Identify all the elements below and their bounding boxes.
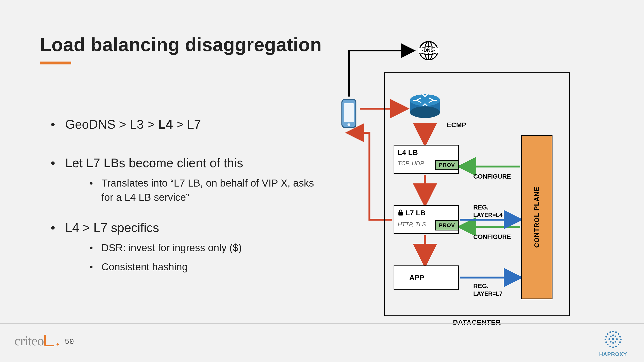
l4-title: L4 LB bbox=[398, 148, 455, 157]
svg-point-24 bbox=[605, 342, 607, 343]
svg-point-30 bbox=[614, 336, 616, 337]
phone-icon bbox=[340, 99, 358, 128]
svg-point-37 bbox=[612, 338, 614, 340]
haproxy-dots-icon bbox=[604, 330, 623, 349]
svg-point-28 bbox=[610, 331, 611, 333]
configure-label-1: CONFIGURE bbox=[473, 173, 511, 180]
svg-point-31 bbox=[616, 338, 618, 340]
svg-point-34 bbox=[610, 341, 612, 343]
svg-point-29 bbox=[612, 335, 614, 336]
svg-point-21 bbox=[612, 346, 614, 348]
page-number: 50 bbox=[65, 337, 74, 346]
svg-point-13 bbox=[612, 331, 614, 332]
svg-point-14 bbox=[615, 331, 617, 333]
ecmp-label: ECMP bbox=[447, 121, 466, 129]
svg-point-16 bbox=[619, 336, 621, 337]
bullet-3: L4 > L7 specifics DSR: invest for ingres… bbox=[51, 219, 316, 274]
criteo-logo: criteo. bbox=[14, 333, 59, 349]
app-box: APP bbox=[394, 266, 459, 290]
svg-point-36 bbox=[610, 336, 612, 337]
bullet-list: GeoDNS > L3 > L4 > L7 Let L7 LBs become … bbox=[51, 116, 316, 296]
svg-point-32 bbox=[614, 341, 616, 343]
accent-bar bbox=[40, 61, 71, 64]
bullet-1: GeoDNS > L3 > L4 > L7 bbox=[51, 116, 316, 133]
haproxy-text: HAPROXY bbox=[599, 351, 627, 358]
l7-title: L7 LB bbox=[398, 209, 455, 218]
app-title: APP bbox=[409, 273, 455, 282]
control-plane-box: CONTROL PLANE bbox=[521, 135, 552, 299]
reg-label-l4: REG. LAYER=L4 bbox=[473, 204, 502, 219]
reg-label-l7: REG. LAYER=L7 bbox=[473, 282, 502, 297]
svg-point-35 bbox=[608, 338, 610, 340]
haproxy-logo: HAPROXY bbox=[599, 330, 627, 358]
svg-point-25 bbox=[605, 339, 606, 340]
svg-point-10 bbox=[410, 106, 440, 118]
svg-point-22 bbox=[610, 346, 611, 347]
svg-point-20 bbox=[615, 346, 617, 347]
slide-title: Load balancing disaggregation bbox=[40, 34, 322, 56]
svg-point-27 bbox=[607, 333, 608, 335]
svg-point-7 bbox=[348, 123, 350, 126]
control-plane-label: CONTROL PLANE bbox=[533, 187, 541, 248]
l7-prov-badge: PROV bbox=[435, 220, 459, 231]
slide: Load balancing disaggregation GeoDNS > L… bbox=[0, 0, 644, 362]
svg-point-23 bbox=[607, 344, 608, 345]
svg-point-15 bbox=[618, 333, 619, 335]
footer-divider bbox=[0, 323, 644, 324]
router-icon bbox=[408, 92, 442, 121]
bullet-1-post: > L7 bbox=[173, 117, 201, 131]
l4-prov-badge: PROV bbox=[435, 160, 459, 170]
bullet-1-pre: GeoDNS > L3 > bbox=[65, 117, 158, 131]
bullet-2-text: Let L7 LBs become client of this bbox=[65, 156, 243, 170]
dns-icon: -DNS- bbox=[418, 40, 440, 61]
svg-point-19 bbox=[618, 344, 619, 345]
dns-label: -DNS- bbox=[418, 47, 440, 53]
l4-lb-box: L4 LB TCP, UDP PROV bbox=[394, 145, 459, 174]
bullet-3-text: L4 > L7 specifics bbox=[65, 221, 159, 235]
bullet-3a: DSR: invest for ingress only ($) bbox=[65, 241, 316, 255]
bullet-3b: Consistent hashing bbox=[65, 260, 316, 274]
svg-point-26 bbox=[605, 336, 607, 337]
lock-icon bbox=[398, 209, 404, 218]
datacenter-label: DATACENTER bbox=[384, 319, 570, 326]
svg-point-17 bbox=[620, 339, 622, 340]
configure-label-2: CONFIGURE bbox=[473, 233, 511, 241]
criteo-text: criteo. bbox=[14, 333, 59, 348]
svg-rect-12 bbox=[398, 212, 403, 216]
svg-point-18 bbox=[619, 342, 621, 343]
diagram: -DNS- DATACENTER bbox=[333, 31, 575, 321]
bullet-2a: Translates into “L7 LB, on behalf of VIP… bbox=[65, 176, 316, 205]
bullet-1-bold: L4 bbox=[158, 117, 173, 131]
svg-point-33 bbox=[612, 342, 614, 344]
bullet-2: Let L7 LBs become client of this Transla… bbox=[51, 154, 316, 205]
svg-rect-6 bbox=[344, 103, 354, 122]
l7-lb-box: L7 LB HTTP, TLS PROV bbox=[394, 205, 459, 234]
